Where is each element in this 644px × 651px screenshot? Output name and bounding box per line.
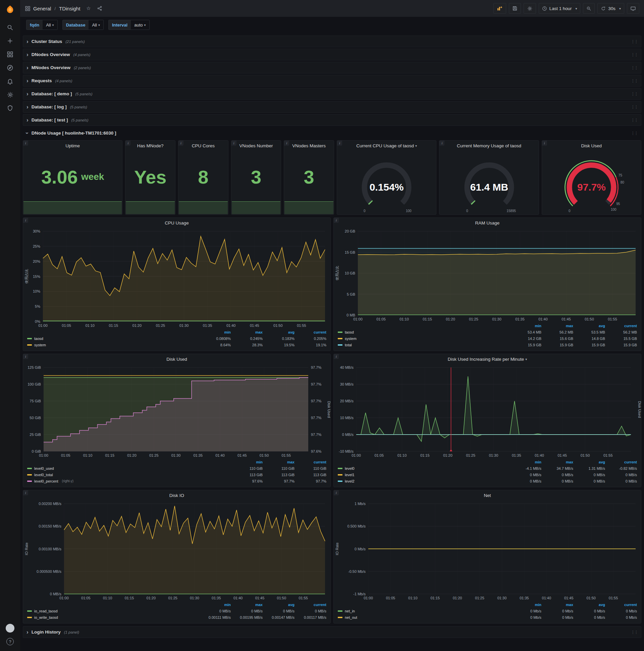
drag-handle-icon[interactable]: ⋮⋮ xyxy=(631,105,638,110)
row-database-log[interactable]: › Database: [ log ] (5 panels) ⋮⋮ xyxy=(23,101,641,113)
configuration-gear-icon[interactable] xyxy=(3,88,18,101)
legend-series-row[interactable]: taosd53.4 MB56.2 MB53.5 MB56.2 MB xyxy=(338,329,637,335)
panel-info-icon[interactable]: i xyxy=(23,141,28,146)
variable-value-dropdown[interactable]: All▾ xyxy=(42,20,57,30)
panel-info-icon[interactable]: i xyxy=(231,141,236,146)
explore-compass-icon[interactable] xyxy=(3,61,18,74)
panel-title[interactable]: RAM Usage xyxy=(334,218,641,228)
disk-used-plot[interactable]: 01:0001:0501:1001:1501:2001:2501:3001:35… xyxy=(23,364,330,459)
panel-info-icon[interactable]: i xyxy=(334,490,339,495)
alerting-bell-icon[interactable] xyxy=(3,74,18,88)
panel-title[interactable]: Disk Used xyxy=(542,141,641,151)
panel-title[interactable]: CPU Cores xyxy=(179,141,228,151)
legend-series-row[interactable]: io_read_taosd0 MB/s0 MB/s0 MB/s0 MB/s xyxy=(27,608,326,614)
panel-title[interactable]: Disk IO xyxy=(23,490,330,500)
row-login-history[interactable]: › Login History (1 panel) ⋮⋮ xyxy=(23,626,641,638)
row-mnodes-overview[interactable]: › MNodes Overview (2 panels) ⋮⋮ xyxy=(23,62,641,73)
legend-series-row[interactable]: io_write_taosd0.00111 MB/s0.00195 MB/s0.… xyxy=(27,614,326,620)
legend-series-row[interactable]: system8.64%28.3%19.5%19.1% xyxy=(27,342,326,348)
legend-header[interactable]: minmaxavgcurrent xyxy=(27,329,326,335)
panel-info-icon[interactable]: i xyxy=(334,354,339,359)
dashboards-grid-icon[interactable] xyxy=(3,48,18,61)
panel-info-icon[interactable]: i xyxy=(23,490,28,495)
variable-value-dropdown[interactable]: auto▾ xyxy=(131,20,149,30)
legend-header[interactable]: minmaxavgcurrent xyxy=(338,459,637,465)
share-icon[interactable] xyxy=(97,6,102,11)
drag-handle-icon[interactable]: ⋮⋮ xyxy=(631,92,638,96)
save-dashboard-button[interactable] xyxy=(509,3,521,14)
ram-usage-plot[interactable]: 01:0001:0501:1001:1501:2001:2501:3001:35… xyxy=(334,228,641,322)
drag-handle-icon[interactable]: ⋮⋮ xyxy=(631,79,638,83)
legend-series-row[interactable]: level0_percent (right-y)97.6%97.7%97.7% xyxy=(27,478,326,484)
row-dnodes-overview[interactable]: › DNodes Overview (4 panels) ⋮⋮ xyxy=(23,49,641,60)
panel-title[interactable]: VNodes Masters xyxy=(284,141,334,151)
help-icon[interactable]: ? xyxy=(3,635,18,648)
panel-info-icon[interactable]: i xyxy=(334,218,339,223)
panel-info-icon[interactable]: i xyxy=(23,354,28,359)
legend-series-row[interactable]: level0_total113 GiB113 GiB113 GiB xyxy=(27,471,326,478)
legend-header[interactable]: minmaxavgcurrent xyxy=(338,601,637,608)
drag-handle-icon[interactable]: ⋮⋮ xyxy=(631,118,638,122)
drag-handle-icon[interactable]: ⋮⋮ xyxy=(631,131,638,135)
panel-info-icon[interactable]: i xyxy=(23,218,28,223)
legend-series-row[interactable]: system14.2 GB15.6 GB14.8 GB15.5 GB xyxy=(338,335,637,342)
disk-rate-plot[interactable]: 01:0001:0501:1001:1501:2001:2501:3001:35… xyxy=(334,364,641,459)
panel-title[interactable]: Has MNode? xyxy=(125,141,175,151)
server-admin-shield-icon[interactable] xyxy=(3,101,18,115)
legend-header[interactable]: minmaxavgcurrent xyxy=(27,601,326,608)
add-panel-button[interactable] xyxy=(493,3,506,14)
dashboard-settings-button[interactable] xyxy=(523,3,536,14)
panel-info-icon[interactable]: i xyxy=(284,141,289,146)
disk-io-plot[interactable]: 01:0001:0501:1001:1501:2001:2501:3001:35… xyxy=(23,500,330,601)
search-icon[interactable] xyxy=(3,21,18,34)
disk-used-legend: minmaxcurrentlevel0_used110 GiB110 GiB11… xyxy=(23,459,330,487)
legend-header[interactable]: minmaxavgcurrent xyxy=(338,322,637,329)
panel-title[interactable]: Current Memory Usage of taosd xyxy=(440,141,538,151)
star-icon[interactable]: ☆ xyxy=(86,5,91,11)
kiosk-tv-button[interactable] xyxy=(627,3,639,14)
legend-header[interactable]: minmaxcurrent xyxy=(27,459,326,465)
panel-info-icon[interactable]: i xyxy=(337,141,342,146)
row-cluster-status[interactable]: › Cluster Status (21 panels) ⋮⋮ xyxy=(23,36,641,47)
drag-handle-icon[interactable]: ⋮⋮ xyxy=(631,65,638,70)
svg-text:Disk Used: Disk Used xyxy=(638,401,641,418)
drag-handle-icon[interactable]: ⋮⋮ xyxy=(631,630,638,634)
panel-title[interactable]: Disk Used xyxy=(23,354,330,364)
row-dnode-usage[interactable]: › DNode Usage [ huolinhe-TM1701:6030 ] ⋮… xyxy=(23,127,641,139)
legend-series-row[interactable]: net_out0 Mb/s0 Mb/s0 Mb/s0 Mb/s xyxy=(338,614,637,620)
grafana-logo-icon[interactable] xyxy=(3,3,18,16)
row-database-demo[interactable]: › Database: [ demo ] (5 panels) ⋮⋮ xyxy=(23,88,641,100)
net-plot[interactable]: 01:0001:0501:1001:1501:2001:2501:3001:35… xyxy=(334,500,641,601)
legend-series-row[interactable]: level10 MB/s0 MB/s0 MB/s0 MB/s xyxy=(338,471,637,478)
panel-title[interactable]: Current CPU Usage of taosd▾ xyxy=(337,141,436,151)
legend-series-row[interactable]: taosd0.0808%0.245%0.183%0.205% xyxy=(27,335,326,342)
panel-info-icon[interactable]: i xyxy=(542,141,547,146)
legend-series-row[interactable]: level0_used110 GiB110 GiB110 GiB xyxy=(27,465,326,471)
row-database-test[interactable]: › Database: [ test ] (5 panels) ⋮⋮ xyxy=(23,114,641,126)
panel-title[interactable]: VNodes Number xyxy=(231,141,281,151)
legend-series-row[interactable]: level20 MB/s0 MB/s0 MB/s0 MB/s xyxy=(338,478,637,484)
variable-value-dropdown[interactable]: All▾ xyxy=(89,20,103,30)
legend-series-row[interactable]: level0-4.1 MB/s34.7 MB/s1.31 MB/s-0.82 M… xyxy=(338,465,637,471)
breadcrumb-folder[interactable]: General xyxy=(33,6,51,11)
refresh-button[interactable]: 30s ▾ xyxy=(598,3,624,14)
panel-info-icon[interactable]: i xyxy=(179,141,184,146)
svg-text:01:45: 01:45 xyxy=(561,317,571,321)
legend-series-row[interactable]: total15.9 GB15.9 GB15.9 GB15.9 GB xyxy=(338,342,637,348)
drag-handle-icon[interactable]: ⋮⋮ xyxy=(631,52,638,57)
cpu-usage-plot[interactable]: 01:0001:0501:1001:1501:2001:2501:3001:35… xyxy=(23,228,330,329)
panel-title[interactable]: Uptime xyxy=(23,141,122,151)
zoom-out-button[interactable] xyxy=(583,3,595,14)
user-avatar[interactable] xyxy=(3,621,18,635)
panel-title[interactable]: CPU Usage xyxy=(23,218,330,228)
time-range-picker[interactable]: Last 1 hour ▾ xyxy=(539,3,581,14)
drag-handle-icon[interactable]: ⋮⋮ xyxy=(631,39,638,44)
panel-info-icon[interactable]: i xyxy=(440,141,444,146)
breadcrumb-dashboard-title[interactable]: TDinsight xyxy=(59,6,80,11)
legend-series-row[interactable]: net_in0 Mb/s0 Mb/s0 Mb/s0 Mb/s xyxy=(338,608,637,614)
row-requests[interactable]: › Requests (4 panels) ⋮⋮ xyxy=(23,75,641,87)
create-plus-icon[interactable] xyxy=(3,34,18,48)
panel-info-icon[interactable]: i xyxy=(125,141,130,146)
panel-title[interactable]: Disk Used Increasing Rate per Minute▾ xyxy=(334,354,641,364)
panel-title[interactable]: Net xyxy=(334,490,641,500)
